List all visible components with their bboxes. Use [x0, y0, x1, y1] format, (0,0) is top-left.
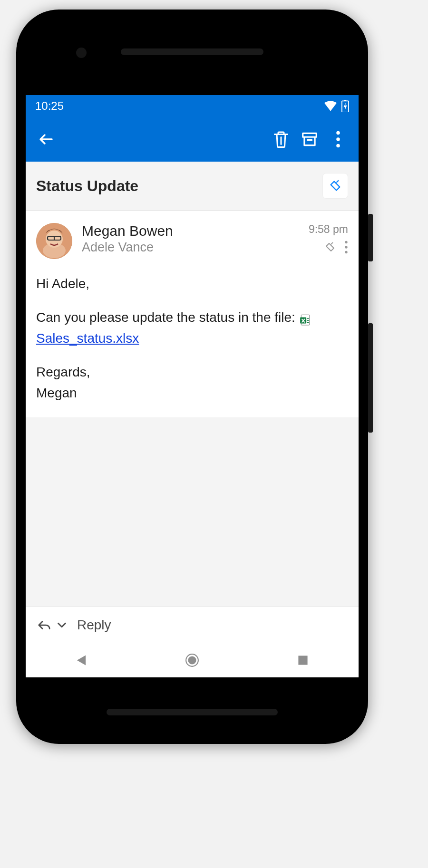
status-bar: 10:25	[26, 95, 359, 117]
reply-label: Reply	[77, 617, 111, 633]
attachment-link[interactable]: Sales_status.xlsx	[36, 331, 139, 346]
phone-frame: 10:25	[16, 10, 368, 744]
wifi-icon	[324, 101, 337, 111]
statusbar-time: 10:25	[35, 99, 64, 113]
hw-button-volume	[368, 323, 373, 433]
hw-button-power	[368, 214, 373, 261]
svg-rect-1	[344, 100, 347, 101]
tag-button[interactable]	[322, 173, 348, 199]
reply-icon	[37, 619, 51, 631]
nav-back-icon	[76, 654, 87, 666]
avatar[interactable]	[36, 223, 72, 259]
subject-text: Status Update	[36, 177, 322, 195]
nav-recent-button[interactable]	[282, 648, 324, 672]
app-bar	[26, 117, 359, 162]
tag-icon	[324, 241, 336, 253]
overflow-button[interactable]	[326, 127, 350, 151]
more-vertical-icon	[344, 241, 348, 254]
body-line1-pre: Can you please update the status in the …	[36, 310, 299, 325]
chevron-down-icon[interactable]	[57, 622, 67, 628]
message-body: Hi Adele, Can you please update the stat…	[26, 265, 359, 417]
body-sign1: Regards,	[36, 365, 90, 379]
nav-home-button[interactable]	[171, 648, 214, 672]
svg-point-12	[345, 251, 347, 253]
sender-name[interactable]: Megan Bowen	[82, 223, 299, 239]
svg-point-19	[188, 656, 196, 664]
body-paragraph: Can you please update the status in the …	[36, 307, 348, 348]
body-sign2: Megan	[36, 386, 77, 400]
svg-rect-20	[299, 656, 308, 665]
body-signoff: Regards, Megan	[36, 362, 348, 403]
svg-point-10	[345, 241, 347, 243]
archive-button[interactable]	[298, 127, 321, 151]
more-vertical-icon	[336, 131, 340, 148]
spacer	[26, 417, 359, 607]
message-overflow-button[interactable]	[344, 241, 348, 256]
message-time: 9:58 pm	[309, 223, 348, 236]
excel-file-icon	[299, 311, 311, 324]
subject-row: Status Update	[26, 162, 359, 211]
recipient-name[interactable]: Adele Vance	[82, 240, 299, 255]
arrow-left-icon	[38, 131, 55, 148]
delete-button[interactable]	[269, 127, 293, 151]
back-button[interactable]	[34, 127, 58, 151]
nav-recent-icon	[297, 655, 309, 666]
reply-bar[interactable]: Reply	[26, 607, 359, 643]
phone-camera	[76, 48, 87, 58]
svg-point-4	[336, 144, 340, 148]
message-header: Megan Bowen Adele Vance 9:58 pm	[26, 211, 359, 265]
message-tag-button[interactable]	[324, 241, 336, 255]
body-greeting: Hi Adele,	[36, 273, 348, 294]
svg-point-3	[336, 137, 340, 141]
svg-point-2	[336, 131, 340, 135]
nav-home-icon	[185, 653, 199, 667]
phone-speaker-bottom	[107, 709, 278, 715]
phone-speaker	[121, 48, 263, 55]
tag-icon	[329, 179, 342, 193]
android-nav-bar	[26, 643, 359, 677]
trash-icon	[272, 130, 290, 149]
battery-charging-icon	[341, 100, 349, 112]
avatar-placeholder-icon	[36, 223, 72, 259]
svg-point-11	[345, 246, 347, 248]
nav-back-button[interactable]	[60, 648, 103, 672]
archive-icon	[301, 130, 319, 148]
